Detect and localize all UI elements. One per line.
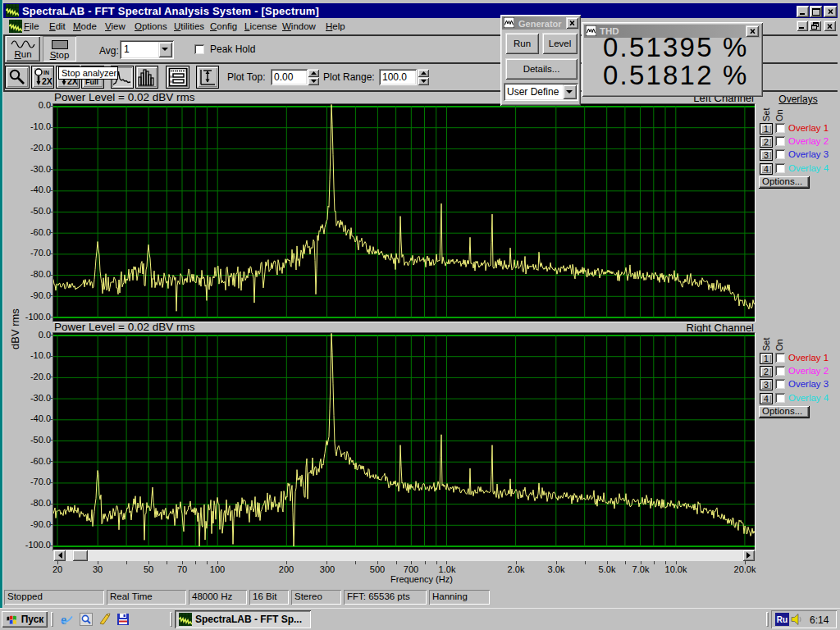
svg-text:M: M [170,80,172,84]
svg-text:M: M [170,75,172,79]
svg-text:IN: IN [43,70,49,75]
svg-text:e: e [61,613,66,626]
svg-text:2X: 2X [42,76,52,86]
